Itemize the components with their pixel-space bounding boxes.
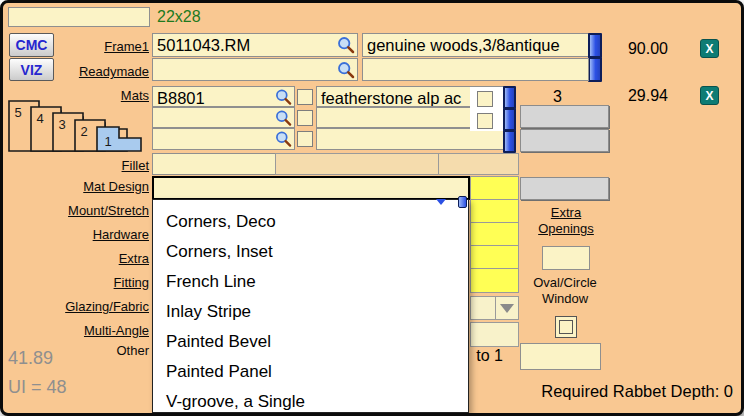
oval-circle-line1: Oval/Circle xyxy=(510,275,620,291)
hardware-amount-cell[interactable] xyxy=(470,222,519,246)
mat-design-dropdown: Corners, Deco Corners, Inset French Line… xyxy=(152,199,469,413)
extra-openings-link[interactable]: Extra Openings xyxy=(520,205,612,237)
multi-angle-amount-cell[interactable] xyxy=(470,322,519,347)
frame1-code-value: 5011043.RM xyxy=(157,36,250,54)
dropdown-item[interactable]: Inlay Stripe xyxy=(153,297,468,327)
frame-scrollbar[interactable] xyxy=(588,33,602,82)
svg-text:2: 2 xyxy=(80,124,87,139)
dropdown-item[interactable]: V-groove, a Single xyxy=(153,387,468,416)
other-input[interactable] xyxy=(520,343,601,370)
hardware-label[interactable]: Hardware xyxy=(3,227,149,242)
mount-stretch-label[interactable]: Mount/Stretch xyxy=(3,203,149,218)
dropdown-scroll-arrow-icon[interactable] xyxy=(436,199,446,205)
frame1-code-input[interactable]: 5011043.RM xyxy=(152,33,358,57)
mat2-scrollbar-thumb[interactable] xyxy=(503,108,516,131)
search-icon[interactable] xyxy=(337,36,355,54)
frame-scrollbar-thumb[interactable] xyxy=(588,33,602,58)
glazing-fabric-label[interactable]: Glazing/Fabric xyxy=(3,299,149,314)
fillet-field-3[interactable] xyxy=(438,153,519,175)
svg-text:1: 1 xyxy=(104,134,111,149)
mat1-description-value: featherstone alp ac xyxy=(321,89,461,107)
dimensions-text: 22x28 xyxy=(157,8,201,26)
oval-circle-window-label: Oval/Circle Window xyxy=(510,275,620,307)
oval-circle-window-checkbox[interactable] xyxy=(555,316,577,338)
mat2-reverse-checkbox[interactable] xyxy=(477,113,493,129)
search-icon[interactable] xyxy=(275,109,292,126)
rabbet-depth-text: Required Rabbet Depth: 0 xyxy=(433,382,733,401)
dropdown-item[interactable]: Corners, Deco xyxy=(153,207,468,237)
oval-circle-window-checkbox-inner xyxy=(559,320,573,334)
fillet-field-1[interactable] xyxy=(152,153,276,175)
mat1-scrollbar-thumb[interactable] xyxy=(503,86,516,109)
work-order-window: 22x28 CMC VIZ Frame1 Readymade Mats Fill… xyxy=(0,0,744,416)
readymade-scrollbar-thumb[interactable] xyxy=(588,57,602,82)
dropdown-item[interactable]: Painted Panel xyxy=(153,357,468,387)
mat1-reverse-checkbox[interactable] xyxy=(477,91,493,107)
multi-angle-label[interactable]: Multi-Angle xyxy=(3,323,149,338)
mat2-code-input[interactable] xyxy=(152,107,295,128)
mats-remove-button[interactable]: X xyxy=(700,86,719,105)
mat1-code-input[interactable]: B8801 xyxy=(152,86,295,107)
mat1-checkbox[interactable] xyxy=(297,89,313,105)
mats-price: 29.94 xyxy=(606,87,668,105)
fillet-label[interactable]: Fillet xyxy=(3,158,149,173)
fillet-field-2[interactable] xyxy=(275,153,439,175)
mat1-code-value: B8801 xyxy=(157,89,205,107)
frame1-remove-button[interactable]: X xyxy=(700,39,719,58)
svg-text:5: 5 xyxy=(14,105,21,120)
mats-scrollbar[interactable] xyxy=(503,86,516,153)
extra-openings-input[interactable] xyxy=(542,246,590,270)
order-size-input[interactable] xyxy=(8,7,150,27)
svg-text:3: 3 xyxy=(58,117,65,132)
frame1-price: 90.00 xyxy=(606,40,668,58)
search-icon[interactable] xyxy=(275,88,292,105)
mat-layer-selector[interactable]: 5 4 3 2 1 xyxy=(5,95,155,157)
mat3-checkbox[interactable] xyxy=(297,131,313,147)
mat-design-input[interactable] xyxy=(152,176,470,200)
readymade-label[interactable]: Readymade xyxy=(3,64,149,79)
mat3-scrollbar-thumb[interactable] xyxy=(503,130,516,153)
mat3-code-input[interactable] xyxy=(152,128,295,150)
glazing-amount-cell[interactable] xyxy=(470,296,496,320)
mats-quantity: 3 xyxy=(530,88,585,106)
extra-openings-line2: Openings xyxy=(520,221,612,237)
mat-design-label[interactable]: Mat Design xyxy=(3,179,149,194)
fitting-label[interactable]: Fitting xyxy=(3,275,149,290)
frame1-description-field[interactable]: genuine woods,3/8antique xyxy=(362,33,589,57)
extra-amount-cell[interactable] xyxy=(470,245,519,269)
readymade-code-input[interactable] xyxy=(152,58,358,81)
mat3-description-field[interactable] xyxy=(316,128,506,150)
united-inches: UI = 48 xyxy=(8,377,67,398)
dropdown-item[interactable]: Painted Bevel xyxy=(153,327,468,357)
mat2-checkbox[interactable] xyxy=(297,110,313,126)
price-total: 41.89 xyxy=(8,348,53,369)
mat-design-button[interactable] xyxy=(520,177,609,200)
mat-design-amount-cell[interactable] xyxy=(470,176,519,200)
readymade-description-field[interactable] xyxy=(362,58,589,81)
frame1-label[interactable]: Frame1 xyxy=(3,39,149,54)
oval-circle-line2: Window xyxy=(510,291,620,307)
dropdown-scroll-thumb[interactable] xyxy=(458,196,467,208)
search-icon[interactable] xyxy=(275,131,292,148)
extra-openings-line1: Extra xyxy=(520,205,612,221)
dropdown-item[interactable]: Corners, Inset xyxy=(153,237,468,267)
frame1-description-value: genuine woods,3/8antique xyxy=(367,36,560,54)
svg-text:4: 4 xyxy=(36,111,43,126)
dropdown-item[interactable]: French Line xyxy=(153,267,468,297)
mat-extra-button-1[interactable] xyxy=(520,105,609,128)
extra-label[interactable]: Extra xyxy=(3,251,149,266)
search-icon[interactable] xyxy=(337,61,355,79)
mat-extra-button-2[interactable] xyxy=(520,129,609,152)
mount-stretch-amount-cell[interactable] xyxy=(470,199,519,223)
mat-thumb-1-selected[interactable]: 1 xyxy=(97,127,141,151)
